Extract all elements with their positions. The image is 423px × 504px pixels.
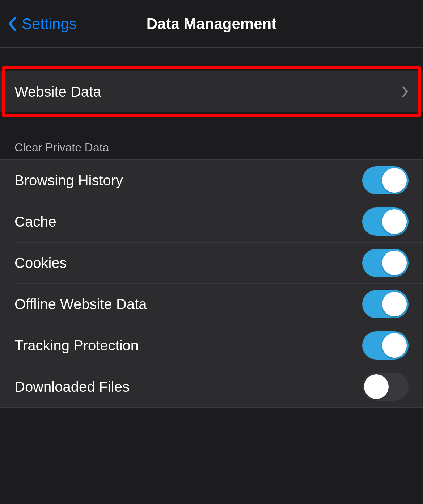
row-label: Downloaded Files	[14, 379, 362, 395]
toggle-row-cookies: Cookies	[0, 242, 423, 284]
toggle-row-browsing-history: Browsing History	[0, 160, 423, 201]
toggle-downloaded-files[interactable]	[362, 373, 409, 401]
section-spacer	[0, 408, 423, 415]
toggle-row-tracking-protection: Tracking Protection	[0, 325, 423, 366]
clear-private-data-group: Browsing History Cache Cookies Offline W…	[0, 159, 423, 408]
toggle-row-cache: Cache	[0, 201, 423, 242]
toggle-knob	[382, 251, 407, 275]
toggle-row-downloaded-files: Downloaded Files	[0, 366, 423, 407]
section-spacer: Clear Private Data	[0, 112, 423, 159]
toggle-knob	[382, 292, 407, 316]
toggle-knob	[364, 374, 389, 399]
toggle-cache[interactable]	[362, 207, 409, 236]
navigation-bar: Settings Data Management	[0, 0, 423, 48]
chevron-right-icon	[402, 86, 409, 97]
toggle-row-offline-website-data: Offline Website Data	[0, 284, 423, 325]
section-header: Clear Private Data	[0, 141, 123, 159]
back-label: Settings	[22, 15, 77, 33]
toggle-knob	[382, 333, 407, 358]
row-label: Browsing History	[14, 172, 362, 189]
row-label: Website Data	[14, 84, 402, 100]
toggle-knob	[382, 168, 407, 193]
row-label: Cache	[14, 214, 362, 230]
row-label: Cookies	[14, 255, 362, 271]
toggle-browsing-history[interactable]	[362, 166, 409, 194]
back-button[interactable]: Settings	[7, 15, 77, 33]
toggle-tracking-protection[interactable]	[362, 331, 409, 360]
website-data-row[interactable]: Website Data	[0, 71, 423, 112]
section-spacer	[0, 48, 423, 71]
row-label: Offline Website Data	[14, 296, 362, 312]
toggle-offline-website-data[interactable]	[362, 290, 409, 318]
chevron-left-icon	[7, 15, 17, 33]
toggle-knob	[382, 209, 407, 234]
toggle-cookies[interactable]	[362, 249, 409, 277]
row-label: Tracking Protection	[14, 337, 362, 354]
